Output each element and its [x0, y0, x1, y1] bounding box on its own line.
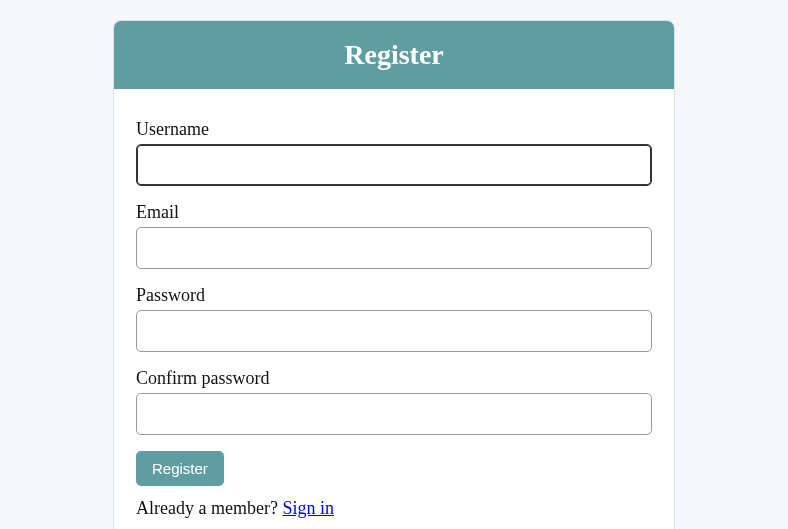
signin-prompt: Already a member? — [136, 498, 282, 518]
username-label: Username — [136, 119, 652, 140]
card-header-title: Register — [114, 21, 674, 89]
form-group-password: Password — [136, 285, 652, 352]
register-card: Register Username Email Password Confirm… — [113, 20, 675, 529]
email-input[interactable] — [136, 227, 652, 269]
confirm-password-input[interactable] — [136, 393, 652, 435]
card-body: Username Email Password Confirm password… — [114, 89, 674, 529]
email-label: Email — [136, 202, 652, 223]
password-input[interactable] — [136, 310, 652, 352]
username-input[interactable] — [136, 144, 652, 186]
form-group-confirm-password: Confirm password — [136, 368, 652, 435]
password-label: Password — [136, 285, 652, 306]
signin-row: Already a member? Sign in — [136, 498, 652, 519]
register-button[interactable]: Register — [136, 451, 224, 486]
signin-link[interactable]: Sign in — [282, 498, 334, 518]
form-group-email: Email — [136, 202, 652, 269]
form-group-username: Username — [136, 119, 652, 186]
confirm-password-label: Confirm password — [136, 368, 652, 389]
